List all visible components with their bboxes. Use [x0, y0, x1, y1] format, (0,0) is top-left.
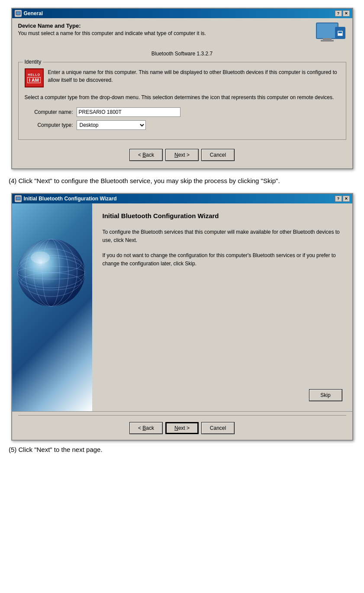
header-title: Device Name and Type: — [18, 23, 316, 29]
wizard-bottom-bar: < Back Next > Cancel — [12, 411, 352, 440]
wizard-desc2: If you do not want to change the configu… — [103, 251, 342, 268]
dialog-header: Device Name and Type: You must select a … — [18, 23, 346, 46]
skip-btn-area: Skip — [103, 385, 342, 405]
next-button[interactable]: Next > — [166, 149, 198, 161]
titlebar-left: General — [15, 10, 43, 17]
identity-top: HELLO I AM Enter a unique name for this … — [25, 68, 340, 87]
wizard-button-row: < Back Next > Cancel — [18, 419, 346, 436]
bottom-divider — [18, 415, 346, 416]
dialog-general: General ? ✕ Device Name and Type: You mu… — [11, 8, 353, 169]
wizard-cancel-button[interactable]: Cancel — [202, 422, 234, 434]
titlebar-app-icon — [15, 10, 22, 17]
instruction1: (4) Click "Next" to configure the Blueto… — [9, 176, 355, 186]
computer-name-row: Computer name: — [25, 107, 340, 117]
wizard-desc1: To configure the Bluetooth services that… — [103, 228, 342, 245]
wizard-titlebar-icon — [15, 195, 22, 202]
monitor-base — [321, 40, 334, 42]
cancel-button[interactable]: Cancel — [202, 149, 234, 161]
computer-type-label: Computer type: — [25, 122, 77, 128]
identity-desc2: Select a computer type from the drop-dow… — [25, 93, 340, 101]
wizard-back-button[interactable]: < Back — [130, 422, 162, 434]
computer-bluetooth-icon: ⬓ — [316, 23, 346, 46]
wizard-right-panel: Initial Bluetooth Configuration Wizard T… — [92, 203, 352, 411]
computer-type-select[interactable]: Desktop Laptop Server — [77, 120, 146, 130]
computer-type-row: Computer type: Desktop Laptop Server — [25, 120, 340, 130]
wizard-titlebar-title: Initial Bluetooth Configuration Wizard — [24, 196, 117, 202]
svg-rect-0 — [16, 12, 20, 15]
hello-text: HELLO — [28, 73, 40, 76]
identity-desc1: Enter a unique name for this computer. T… — [48, 68, 340, 84]
header-sub: You must select a name for this computer… — [18, 30, 316, 36]
svg-point-14 — [31, 251, 50, 264]
wizard-close-button[interactable]: ✕ — [343, 196, 350, 202]
help-button[interactable]: ? — [335, 10, 342, 16]
dialog-body: Device Name and Type: You must select a … — [12, 18, 352, 168]
close-button[interactable]: ✕ — [343, 10, 350, 16]
wizard-title: Initial Bluetooth Configuration Wizard — [103, 212, 342, 219]
titlebar-title: General — [24, 10, 43, 16]
software-version: Bluetooth Software 1.3.2.7 — [18, 51, 346, 57]
wizard-next-button[interactable]: Next > — [166, 422, 198, 434]
svg-rect-2 — [17, 15, 19, 16]
instruction2: (5) Click "Next" to the next page. — [9, 446, 355, 453]
computer-name-input[interactable] — [77, 107, 180, 117]
wizard-left-panel — [12, 203, 92, 411]
globe-decoration — [16, 238, 86, 307]
dialog1-button-row: < Back Next > Cancel — [18, 146, 346, 163]
wizard-titlebar-controls: ? ✕ — [335, 196, 350, 202]
svg-rect-3 — [16, 197, 20, 200]
wizard-right-inner: Initial Bluetooth Configuration Wizard T… — [103, 212, 342, 405]
dialog-wizard: Initial Bluetooth Configuration Wizard ?… — [11, 193, 353, 441]
identity-group: Identity HELLO I AM Enter a unique name … — [18, 62, 346, 140]
group-title: Identity — [23, 59, 43, 65]
wizard-content: Initial Bluetooth Configuration Wizard T… — [12, 203, 352, 411]
back-button[interactable]: < Back — [130, 149, 162, 161]
wizard-titlebar: Initial Bluetooth Configuration Wizard ?… — [12, 194, 352, 203]
header-text: Device Name and Type: You must select a … — [18, 23, 316, 36]
titlebar-controls: ? ✕ — [335, 10, 350, 16]
wizard-titlebar-left: Initial Bluetooth Configuration Wizard — [15, 195, 117, 202]
skip-button[interactable]: Skip — [309, 390, 342, 401]
iam-text: I AM — [27, 77, 41, 83]
wizard-texts: Initial Bluetooth Configuration Wizard T… — [103, 212, 342, 385]
hello-badge: HELLO I AM — [25, 68, 44, 87]
computer-name-label: Computer name: — [25, 109, 77, 115]
titlebar-general: General ? ✕ — [12, 9, 352, 18]
bluetooth-badge-icon: ⬓ — [335, 27, 345, 39]
wizard-help-button[interactable]: ? — [335, 196, 342, 202]
